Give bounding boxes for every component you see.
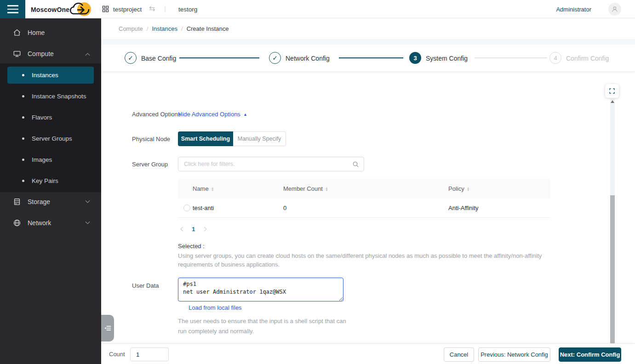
step-connector [179, 57, 259, 58]
sort-icon[interactable]: ▲▼ [211, 187, 214, 191]
sidebar-item-label: Compute [28, 50, 54, 57]
bullet-icon [22, 159, 24, 161]
sidebar-item-instances[interactable]: Instances [7, 67, 94, 84]
column-header-policy[interactable]: Policy ▲▼ [448, 185, 470, 192]
breadcrumb-current: Create Instance [187, 25, 229, 32]
step-3-circle: 3 [409, 52, 421, 64]
server-group-description: Using server groups, you can create clou… [178, 251, 542, 269]
step-connector [475, 57, 547, 58]
table-row[interactable]: test-anti 0 Anti-Affinity [178, 199, 550, 218]
prev-page-button[interactable] [178, 224, 187, 233]
breadcrumb-instances-link[interactable]: Instances [152, 25, 177, 32]
step-1-label: Base Config [141, 55, 176, 62]
user-data-label: User Data [132, 282, 159, 289]
manually-specify-option[interactable]: Manually Specify [233, 131, 286, 146]
side-panel-handle[interactable] [101, 315, 114, 341]
brand-logo-icon [67, 1, 94, 19]
sidebar-item-label: Flavors [32, 114, 52, 121]
sort-icon[interactable]: ▲▼ [325, 187, 328, 191]
server-group-label: Server Group [132, 161, 168, 168]
filter-input[interactable] [184, 157, 349, 171]
advanced-options-label: Advanced Options [132, 111, 181, 118]
cell-name: test-anti [193, 205, 214, 211]
compute-submenu: Instances Instance Snapshots Flavors Ser… [0, 63, 101, 192]
server-group-table: Name ▲▼ Member Count ▲▼ Policy ▲▼ test-a… [178, 179, 550, 218]
sidebar-item-flavors[interactable]: Flavors [7, 109, 94, 126]
scrollbar-thumb[interactable] [610, 195, 615, 343]
column-label: Policy [448, 185, 464, 192]
column-header-member-count[interactable]: Member Count ▲▼ [283, 185, 328, 192]
user-role-label[interactable]: Administrator [556, 6, 591, 13]
chevron-up-icon [86, 53, 90, 57]
smart-scheduling-option[interactable]: Smart Scheduling [178, 131, 233, 146]
next-step-button[interactable]: Next: Confirm Config [559, 347, 621, 362]
wizard-footer: Count Cancel Previous: Network Config Ne… [101, 343, 635, 364]
sidebar-item-images[interactable]: Images [7, 151, 94, 168]
column-label: Name [193, 185, 209, 192]
sidebar-item-storage[interactable]: Storage [0, 191, 101, 212]
cell-member-count: 0 [283, 205, 286, 211]
chevron-down-icon [86, 198, 90, 203]
previous-step-button[interactable]: Previous: Network Config [478, 347, 550, 362]
current-org[interactable]: testorg [178, 6, 197, 13]
server-group-filter [178, 157, 364, 171]
sidebar-item-label: Storage [28, 198, 50, 205]
user-avatar[interactable] [608, 3, 621, 16]
switch-project-icon[interactable]: ⇆ [149, 4, 155, 13]
sidebar-item-label: Key Pairs [32, 177, 58, 184]
cell-policy: Anti-Affinity [448, 205, 479, 211]
home-icon [13, 28, 21, 37]
chevron-left-icon [180, 227, 185, 231]
topbar-divider: | [164, 5, 166, 12]
sidebar-item-home[interactable]: Home [0, 22, 101, 43]
sidebar-item-server-groups[interactable]: Server Groups [7, 130, 94, 147]
sidebar-item-label: Instance Snapshots [32, 93, 86, 100]
compute-icon [13, 50, 21, 58]
row-radio-button[interactable] [183, 205, 190, 211]
section-divider [101, 39, 635, 45]
vertical-scrollbar[interactable] [610, 99, 615, 343]
column-label: Member Count [283, 185, 323, 192]
current-project[interactable]: testproject [113, 6, 142, 13]
pagination: 1 [178, 223, 209, 234]
user-data-textarea[interactable]: #ps1 net user Administrator 1qaz@WSX [178, 278, 343, 301]
hide-advanced-options-text: Hide Advanced Options [178, 111, 240, 118]
menu-toggle-button[interactable] [0, 0, 25, 18]
step-4-label: Confirm Config [566, 55, 609, 62]
fullscreen-button[interactable] [605, 84, 619, 98]
physical-node-label: Physical Node [132, 136, 170, 142]
page-number[interactable]: 1 [192, 226, 195, 233]
caret-up-icon: ▲ [243, 112, 247, 117]
sidebar-item-instance-snapshots[interactable]: Instance Snapshots [7, 88, 94, 105]
column-header-name[interactable]: Name ▲▼ [193, 185, 214, 192]
wizard-stepper: ✓ Base Config ✓ Network Config 3 System … [101, 45, 635, 71]
bullet-icon [22, 95, 24, 97]
storage-icon [13, 198, 21, 206]
sort-icon[interactable]: ▲▼ [467, 187, 470, 191]
breadcrumb: Compute/Instances/Create Instance [119, 25, 229, 32]
sidebar-item-label: Network [28, 219, 51, 227]
chevron-right-icon [202, 227, 207, 231]
sidebar-item-compute[interactable]: Compute [0, 43, 101, 64]
step-1-circle: ✓ [125, 52, 137, 64]
main-content: Compute/Instances/Create Instance ✓ Base… [101, 18, 635, 364]
load-from-local-files-link[interactable]: Load from local files [189, 304, 242, 311]
user-data-field: #ps1 net user Administrator 1qaz@WSX [178, 278, 343, 301]
check-icon: ✓ [128, 54, 133, 62]
step-2-circle: ✓ [269, 52, 281, 64]
cancel-button[interactable]: Cancel [444, 347, 474, 362]
sidebar-item-key-pairs[interactable]: Key Pairs [7, 172, 94, 189]
next-page-button[interactable] [200, 224, 209, 233]
scroll-up-arrow-icon[interactable] [611, 100, 614, 103]
sidebar-item-label: Instances [32, 72, 58, 79]
bullet-icon [22, 74, 24, 76]
hide-advanced-options-link[interactable]: Hide Advanced Options▲ [178, 111, 247, 118]
sidebar: Home Compute Instances Instance Snapshot… [0, 18, 101, 364]
chevron-down-icon [86, 219, 90, 224]
count-input[interactable] [130, 347, 169, 361]
top-bar: MoscowOne testproject ⇆ | testorg Admini… [0, 0, 635, 18]
brand-name: MoscowOne [31, 6, 69, 13]
selected-label: Selected : [178, 243, 205, 250]
search-icon[interactable] [352, 161, 359, 170]
sidebar-item-network[interactable]: Network [0, 212, 101, 233]
